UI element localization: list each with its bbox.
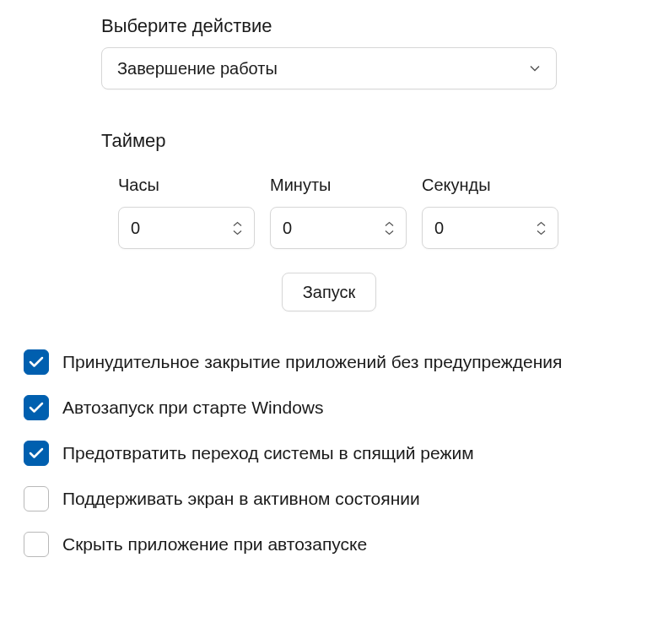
stepper-up-icon[interactable] <box>537 221 546 227</box>
minutes-column: Минуты 0 <box>270 176 407 249</box>
option-autostart: Автозапуск при старте Windows <box>24 395 658 420</box>
stepper-down-icon[interactable] <box>233 230 242 235</box>
hours-label: Часы <box>118 176 255 195</box>
timer-label: Таймер <box>101 130 658 152</box>
minutes-stepper <box>385 221 394 235</box>
start-button-row: Запуск <box>0 273 658 311</box>
hours-column: Часы 0 <box>118 176 255 249</box>
autostart-label[interactable]: Автозапуск при старте Windows <box>62 398 323 418</box>
stepper-up-icon[interactable] <box>233 221 242 227</box>
option-keep-screen: Поддерживать экран в активном состоянии <box>24 486 658 511</box>
seconds-value: 0 <box>434 219 444 238</box>
action-dropdown[interactable]: Завершение работы <box>101 47 557 89</box>
chevron-down-icon <box>529 62 541 74</box>
prevent-sleep-label[interactable]: Предотвратить переход системы в спящий р… <box>62 443 474 463</box>
autostart-checkbox[interactable] <box>24 395 49 420</box>
action-dropdown-value: Завершение работы <box>117 59 278 78</box>
action-section: Выберите действие Завершение работы <box>0 15 658 89</box>
minutes-label: Минуты <box>270 176 407 195</box>
action-label: Выберите действие <box>101 15 557 37</box>
hours-value: 0 <box>131 219 140 238</box>
seconds-label: Секунды <box>422 176 558 195</box>
timer-row: Часы 0 Минуты 0 Секунды 0 <box>101 176 658 249</box>
keep-screen-checkbox[interactable] <box>24 486 49 511</box>
prevent-sleep-checkbox[interactable] <box>24 441 49 466</box>
seconds-input[interactable]: 0 <box>422 207 558 249</box>
option-prevent-sleep: Предотвратить переход системы в спящий р… <box>24 441 658 466</box>
stepper-down-icon[interactable] <box>385 230 394 235</box>
seconds-column: Секунды 0 <box>422 176 558 249</box>
option-hide-on-autostart: Скрыть приложение при автозапуске <box>24 532 658 557</box>
timer-section: Таймер Часы 0 Минуты 0 Секу <box>0 130 658 249</box>
check-icon <box>29 356 44 368</box>
check-icon <box>29 402 44 414</box>
hours-stepper <box>233 221 242 235</box>
hide-on-autostart-label[interactable]: Скрыть приложение при автозапуске <box>62 534 367 555</box>
hide-on-autostart-checkbox[interactable] <box>24 532 49 557</box>
stepper-down-icon[interactable] <box>537 230 546 235</box>
start-button[interactable]: Запуск <box>282 273 377 311</box>
check-icon <box>29 447 44 459</box>
option-force-close: Принудительное закрытие приложений без п… <box>24 349 658 375</box>
force-close-checkbox[interactable] <box>24 349 49 375</box>
seconds-stepper <box>537 221 546 235</box>
keep-screen-label[interactable]: Поддерживать экран в активном состоянии <box>62 489 420 509</box>
hours-input[interactable]: 0 <box>118 207 255 249</box>
stepper-up-icon[interactable] <box>385 221 394 227</box>
minutes-input[interactable]: 0 <box>270 207 407 249</box>
minutes-value: 0 <box>283 219 292 238</box>
options-list: Принудительное закрытие приложений без п… <box>0 349 658 557</box>
force-close-label[interactable]: Принудительное закрытие приложений без п… <box>62 352 562 372</box>
